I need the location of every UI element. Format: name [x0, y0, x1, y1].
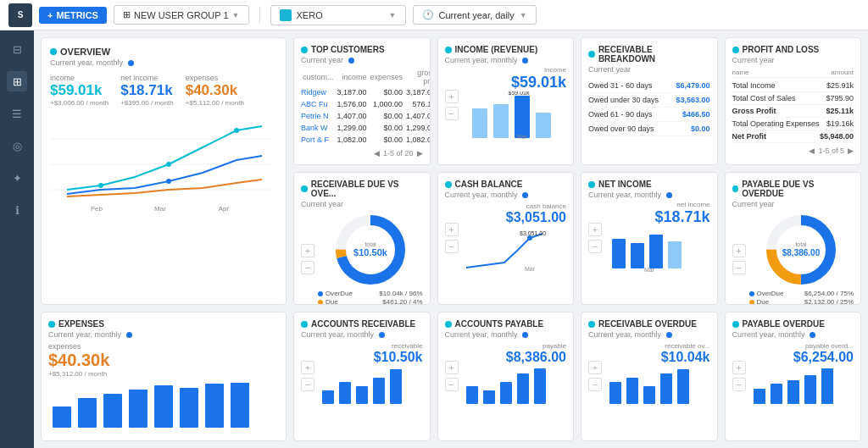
svg-point-5 — [234, 128, 239, 133]
svg-rect-61 — [821, 368, 833, 404]
expenses-value: $40.30k — [186, 82, 244, 99]
po-bar-chart — [749, 365, 843, 407]
expenses-bar-chart — [48, 381, 260, 432]
time-button[interactable]: 🕐 Current year, daily ▼ — [413, 5, 537, 25]
ar-bar-chart — [318, 365, 411, 407]
chevron-down-icon: ▼ — [520, 11, 527, 19]
net-income-bar-chart: Mar — [605, 226, 698, 273]
ro-bar-chart — [605, 365, 698, 407]
nav-separator — [259, 7, 260, 24]
ni-value: $18.71k — [605, 208, 710, 226]
ar-minus-btn[interactable]: − — [301, 378, 314, 391]
income-minus-btn[interactable]: − — [445, 107, 459, 120]
sidebar-icon-chart[interactable]: ☰ — [7, 103, 27, 124]
dashboard: OVERVIEW Current year, monthly income $5… — [34, 30, 868, 448]
ro-plus-btn[interactable]: + — [588, 361, 602, 374]
xero-button[interactable]: XERO ▼ — [270, 5, 406, 25]
cb-value-label: cash balance — [462, 202, 567, 210]
cb-minus-btn[interactable]: − — [445, 240, 459, 253]
net-income-change: +$395.00 / month — [120, 99, 174, 107]
po-minus-btn[interactable]: − — [732, 378, 746, 391]
next-page-icon[interactable]: ▶ — [417, 149, 423, 158]
svg-rect-34 — [53, 407, 71, 428]
pl-next-icon[interactable]: ▶ — [848, 147, 854, 155]
net-income-metric: net income $18.71k +$395.00 / month — [120, 74, 174, 107]
pd-plus-btn[interactable]: + — [732, 244, 746, 257]
ar-title: ACCOUNTS RECEIVABLE — [311, 319, 415, 329]
po-plus-btn[interactable]: + — [732, 361, 746, 374]
rb-title: RECEIVABLE BREAKDOWN — [598, 45, 710, 64]
po-value-label: payable overd... — [749, 342, 854, 350]
plus-icon: + — [47, 10, 53, 20]
net-income-card: NET INCOME Current year, monthly + − net… — [581, 172, 718, 305]
rd-plus-btn[interactable]: + — [301, 244, 314, 257]
svg-rect-13 — [536, 113, 551, 138]
income-revenue-card: INCOME (REVENUE) Current year, monthly +… — [437, 37, 575, 165]
income-revenue-value: $59.01k — [464, 74, 567, 91]
income-metric: income $59.01k +$3,006.00 / month — [50, 74, 108, 107]
expenses-label: expenses — [186, 74, 244, 82]
overview-badge — [128, 60, 134, 66]
table-row: Port & F1,082.00$0.001,082.00 — [301, 134, 431, 146]
pd-minus-btn[interactable]: − — [732, 261, 746, 274]
svg-point-4 — [166, 162, 171, 167]
prev-page-icon[interactable]: ◀ — [374, 149, 380, 158]
table-row: ABC Fu1,576.001,000.00576.10 — [301, 98, 431, 110]
sidebar-icon-star[interactable]: ✦ — [7, 168, 27, 188]
svg-rect-26 — [649, 235, 663, 268]
income-revenue-title: INCOME (REVENUE) — [455, 45, 538, 54]
svg-rect-58 — [771, 384, 782, 404]
svg-rect-12 — [515, 96, 530, 138]
income-plus-btn[interactable]: + — [445, 90, 459, 103]
ap-bar-chart — [462, 365, 555, 407]
svg-rect-24 — [612, 239, 626, 268]
rb-rows: Owed 31 - 60 days$6,479.00Owed under 30 … — [588, 79, 710, 136]
sidebar-icon-grid[interactable]: ⊞ — [7, 71, 27, 91]
svg-text:Mar: Mar — [524, 266, 535, 272]
pl-rows: Total Income$25.91kTotal Cost of Sales$7… — [732, 80, 854, 143]
ap-minus-btn[interactable]: − — [445, 378, 459, 391]
rb-row: Owed 61 - 90 days$466.50 — [588, 108, 710, 122]
sidebar-icon-info[interactable]: ℹ — [7, 200, 27, 220]
accounts-payable-card: ACCOUNTS PAYABLE Current year, monthly +… — [437, 312, 575, 441]
sidebar-icon-home[interactable]: ⊟ — [7, 39, 27, 59]
receivable-overdue-card: RECEIVABLE OVERDUE Current year, monthly… — [581, 312, 718, 441]
svg-rect-50 — [517, 373, 529, 404]
metrics-button[interactable]: + METRICS — [39, 7, 107, 24]
overview-title: OVERVIEW — [60, 47, 110, 57]
ni-plus-btn[interactable]: + — [588, 223, 602, 236]
svg-rect-39 — [180, 388, 198, 428]
svg-text:total: total — [796, 241, 808, 247]
ap-plus-btn[interactable]: + — [445, 361, 459, 374]
overview-subtitle: Current year, monthly — [50, 58, 277, 67]
svg-rect-10 — [472, 108, 487, 138]
cb-plus-btn[interactable]: + — [445, 223, 459, 236]
main-layout: ⊟ ⊞ ☰ ◎ ✦ ℹ OVERVIEW Current year, month… — [0, 30, 868, 448]
clock-icon: 🕐 — [422, 9, 434, 20]
pl-prev-icon[interactable]: ◀ — [809, 147, 815, 155]
income-value-label: income — [464, 66, 567, 74]
svg-rect-38 — [154, 385, 173, 428]
expenses-metric: expenses $40.30k +$5,112.00 / month — [186, 74, 244, 107]
svg-text:$8,386.00: $8,386.00 — [782, 248, 821, 257]
net-income-value: $18.71k — [120, 82, 174, 99]
svg-rect-59 — [787, 380, 799, 404]
ar-plus-btn[interactable]: + — [301, 361, 314, 374]
svg-text:Mar: Mar — [154, 205, 166, 213]
sidebar-icon-user[interactable]: ◎ — [7, 136, 27, 156]
sidebar: ⊟ ⊞ ☰ ◎ ✦ ℹ — [0, 30, 34, 448]
ni-minus-btn[interactable]: − — [588, 240, 602, 253]
svg-rect-27 — [668, 241, 682, 268]
ro-minus-btn[interactable]: − — [588, 378, 602, 391]
svg-rect-49 — [500, 382, 512, 404]
pl-row: Total Cost of Sales$795.90 — [732, 92, 854, 105]
ar-value: $10.50k — [318, 350, 423, 365]
pd-legend-overdue: OverDue$6,254.00 / 75% — [749, 290, 854, 297]
svg-rect-47 — [466, 386, 478, 404]
rd-minus-btn[interactable]: − — [301, 261, 314, 274]
pl-row: Total Operating Expenses$19.16k — [732, 118, 854, 130]
svg-rect-54 — [643, 386, 655, 404]
expenses-card: EXPENSES Current year, monthly expenses … — [41, 312, 287, 441]
group-button[interactable]: ⊞ NEW USER GROUP 1 ▼ — [114, 5, 249, 25]
receivable-breakdown-card: RECEIVABLE BREAKDOWN Current year Owed 3… — [581, 37, 718, 165]
